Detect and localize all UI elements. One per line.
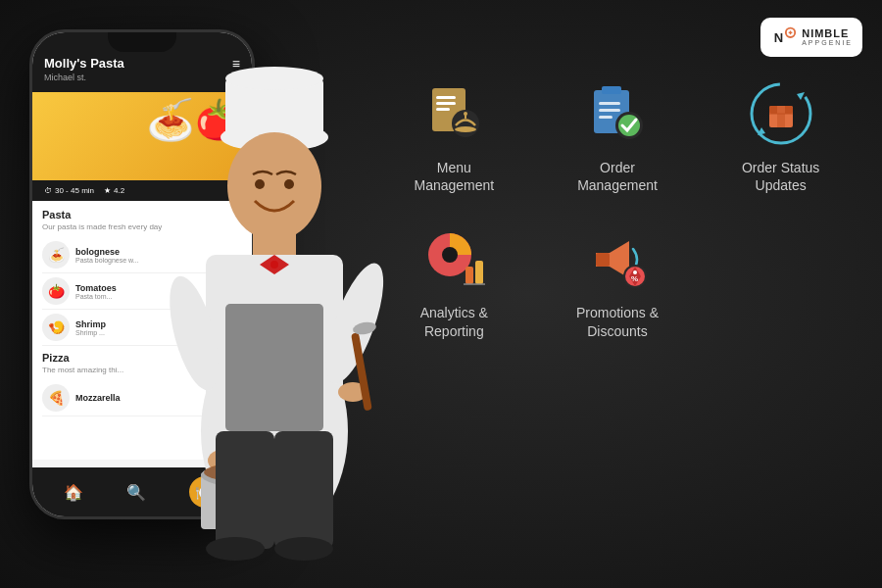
item-name: Tomatoes [75, 283, 117, 293]
svg-rect-14 [225, 304, 323, 431]
item-desc: Pasta tom... [75, 293, 117, 300]
logo-subtitle: APPGENIE [802, 39, 853, 47]
item-info: Shrimp Shrimp ... [75, 319, 106, 336]
svg-point-41 [464, 112, 467, 116]
item-name: Shrimp [75, 319, 106, 329]
svg-text:N: N [774, 30, 783, 45]
svg-rect-28 [216, 431, 274, 549]
delivery-time-stat: ⏱ 30 - 45 min [44, 186, 94, 195]
svg-rect-43 [602, 86, 621, 94]
svg-rect-57 [475, 261, 483, 284]
svg-rect-56 [466, 267, 473, 284]
logo-brand: NIMBLE [802, 27, 853, 39]
order-status-icon-wrap [746, 78, 816, 149]
chef-figure [127, 39, 421, 588]
item-info: Tomatoes Pasta tom... [75, 283, 117, 300]
star-icon: ★ [104, 186, 111, 195]
svg-rect-45 [599, 109, 620, 112]
item-info: Mozzarella [75, 393, 121, 403]
chef-overlay [118, 20, 431, 588]
item-name: Mozzarella [75, 393, 121, 403]
restaurant-address: Michael st. [44, 73, 124, 82]
features-grid: Menu Management Order Management [382, 78, 853, 340]
order-status-label: Order Status Updates [742, 159, 819, 194]
svg-text:%: % [631, 274, 638, 283]
svg-rect-60 [596, 253, 610, 267]
svg-point-13 [270, 261, 278, 269]
feature-order-status[interactable]: Order Status Updates [709, 78, 853, 194]
home-nav-icon[interactable]: 🏠 [64, 483, 83, 502]
svg-point-32 [255, 179, 265, 189]
svg-point-8 [225, 67, 323, 90]
logo: N NIMBLE APPGENIE [760, 18, 862, 57]
svg-rect-44 [599, 102, 620, 105]
logo-icon: N [770, 24, 798, 51]
item-image: 🍕 [42, 384, 70, 412]
item-image: 🍤 [42, 314, 70, 341]
svg-point-30 [206, 537, 265, 561]
svg-rect-36 [436, 102, 456, 105]
svg-point-33 [284, 179, 294, 189]
svg-rect-46 [599, 116, 612, 119]
svg-point-39 [455, 126, 476, 132]
logo-text: NIMBLE APPGENIE [802, 27, 853, 47]
promotions-icon-wrap: % [582, 223, 653, 294]
svg-point-55 [442, 247, 458, 263]
svg-rect-29 [274, 431, 333, 549]
feature-order-management[interactable]: Order Management [546, 78, 690, 194]
svg-point-31 [274, 537, 333, 561]
promotions-label: Promotions & Discounts [576, 304, 659, 339]
svg-rect-35 [436, 96, 456, 99]
item-desc: Shrimp ... [75, 329, 106, 336]
item-image: 🍝 [42, 241, 70, 269]
feature-promotions[interactable]: % Promotions & Discounts [546, 223, 690, 339]
restaurant-name: Molly's Pasta [44, 56, 124, 71]
promotions-icon: % [584, 225, 651, 292]
svg-point-9 [227, 132, 321, 240]
item-image: 🍅 [42, 277, 70, 305]
svg-rect-52 [777, 106, 785, 127]
clock-icon: ⏱ [44, 186, 52, 195]
delivery-time-value: 30 - 45 min [55, 186, 94, 195]
order-management-icon-wrap [582, 78, 653, 149]
order-status-icon [748, 80, 814, 147]
order-management-icon [584, 80, 651, 147]
order-management-label: Order Management [577, 159, 658, 194]
svg-rect-37 [436, 108, 450, 111]
